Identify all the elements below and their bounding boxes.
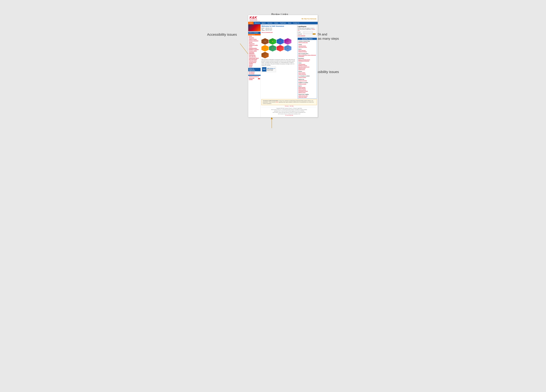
quote-link-activity[interactable]: Activity & Social Clubs	[298, 42, 316, 43]
hex-image-3: 🚗	[277, 38, 284, 45]
sidebar-link-outfitters[interactable]: Outfitters & Guides	[248, 44, 260, 46]
quote-link-martial-schools[interactable]: Schools & Programs	[298, 80, 316, 81]
footer-main: Copyright 2009 K&K Insurance Group Inc. …	[261, 107, 317, 117]
quote-category-activity: Activity & Social Clubs	[298, 40, 316, 42]
password-input[interactable]	[304, 33, 312, 35]
quote-category-k12: K-12 Student Accident	[298, 75, 316, 77]
hex-image-9: 🧗	[261, 52, 269, 58]
quote-link-walk-run-sports[interactable]: Walk/Run Events	[298, 92, 316, 93]
quote-category-entertainer: Entertainer	[298, 58, 316, 59]
quote-link-sports-instructors[interactable]: Sports Instructors	[298, 88, 316, 89]
sidebar-canada-text[interactable]: Link to K&K Canada	[249, 78, 258, 80]
covid-notice-link[interactable]: Notice	[276, 102, 278, 103]
quote-link-entertainers[interactable]: Entertainers & Performers	[298, 60, 316, 62]
sidebar-link-franchised[interactable]: Franchised Dealerships	[248, 52, 260, 54]
covid-label: Coronavirus COVID-19 Information:	[263, 100, 279, 101]
sidebar-link-entertainment[interactable]: Entertainment	[248, 54, 260, 56]
bbb-rating: BBB Rating: A+	[267, 68, 275, 69]
sidebar: Select a Category All Programs Sports Re…	[248, 24, 261, 117]
quote-link-exhibitors[interactable]: Exhibitors & Vendors	[298, 65, 316, 66]
logo-tagline: Insuring the world's fun!	[249, 20, 260, 22]
covid-notice: Coronavirus COVID-19 Information: To any…	[261, 99, 317, 105]
sidebar-by-program[interactable]: By Program	[248, 73, 260, 74]
footer-links: Glossary | Site Map	[261, 105, 317, 107]
bbb-text: BBB Rating: A+ As of 8/31/2021 Click for…	[267, 68, 275, 71]
quote-category-martial: Martial Arts	[298, 79, 316, 80]
quote-link-tournaments[interactable]: Tournaments & Events	[298, 91, 316, 92]
glossary-link[interactable]: Glossary	[285, 105, 289, 107]
quote-link-youth-day[interactable]: Youth Day Camps	[298, 45, 316, 47]
password-field-row: Password GO	[298, 33, 316, 35]
sidebar-link-recreation[interactable]: Recreation	[248, 37, 260, 39]
phone-number: 1-800-637-4757	[265, 27, 273, 29]
sidebar-link-recent[interactable]: Recent	[248, 66, 260, 67]
nav-news[interactable]: News	[287, 22, 292, 24]
sidebar-link-medical[interactable]: Medical	[248, 64, 260, 66]
go-button[interactable]: GO	[313, 33, 316, 35]
quote-link-bands[interactable]: Bands & Performing Groups	[298, 59, 316, 60]
annotation-accessibility-left: Accessibility issues	[207, 32, 237, 37]
sidebar-request-program[interactable]: Request Program Kit	[248, 76, 260, 77]
main-content: Welcome to K&K Insurance Phone 1-800-637…	[261, 24, 318, 117]
sidebar-link-camps[interactable]: Camps	[248, 46, 260, 47]
sidebar-by-category[interactable]: By Category	[248, 71, 260, 73]
quote-link-catholic[interactable]: Catholic Diocese Tulie	[298, 95, 316, 97]
nav-services[interactable]: Services	[266, 22, 273, 24]
quote-link-teams-leagues[interactable]: Teams & Leagues	[298, 89, 316, 91]
nav-agents[interactable]: Agents	[261, 22, 266, 24]
bbb-badge[interactable]: BBB BBB Rating: A+ As of 8/31/2021 Click…	[261, 66, 276, 72]
quote-link-short-term[interactable]: Short Term Special Events	[298, 66, 316, 68]
sidebar-link-products-liability[interactable]: Products Liability	[248, 50, 260, 52]
site-header: K&K INSURANCE Insuring the world's fun! …	[248, 15, 318, 22]
nav-home[interactable]: Home	[248, 22, 254, 24]
claims-number: 1-800-227-2917	[265, 30, 273, 31]
sidebar-link-events[interactable]: Events & Attractions	[248, 40, 260, 41]
quote-link-walk-run-venue[interactable]: Walk/Run Events	[298, 68, 316, 69]
top-info-row: Welcome to K&K Insurance Phone 1-800-637…	[261, 25, 317, 37]
quote-link-voluntary[interactable]: Voluntary Accident	[298, 77, 316, 78]
quote-link-dance-instructors[interactable]: Dance Instructors	[298, 50, 316, 51]
footer-line5: K&K Insurance Group is a wholly owned su…	[263, 113, 315, 115]
nav-about[interactable]: About Us	[254, 22, 261, 24]
quote-link-youth-sports[interactable]: Youth Sports Camps	[298, 46, 316, 48]
sidebar-link-dno[interactable]: D&O with EPLI	[248, 56, 260, 57]
sidebar-link-all-programs[interactable]: All Programs	[248, 34, 260, 35]
sidebar-link-health-fitness[interactable]: Health & Fitness	[248, 39, 260, 40]
hex-image-5: 🚴	[261, 45, 269, 52]
quote-link-dno[interactable]: Not-For-Profit/Sports, Leisure, Motorspo…	[298, 54, 316, 57]
right-two-col: 🏟️ 👶 🚗 💃 🚴 ⛑️ 🛶 🏍️ 🧗	[261, 38, 317, 98]
sidebar-select-category-label: Select a Category	[248, 32, 260, 34]
email-input[interactable]	[304, 31, 312, 33]
sidebar-link-venues[interactable]: Venues	[248, 41, 260, 43]
sidebar-link-concessionaires[interactable]: Concessionaires, Exhibitors & Vendors	[248, 47, 260, 50]
forgot-password-link[interactable]: Forgot password?	[298, 35, 305, 36]
quote-link-fitness-facilities[interactable]: Fitness Facilities	[298, 72, 316, 73]
sidebar-link-groupprotector[interactable]: GroupProtector Accident	[248, 62, 260, 64]
sidebar-link-campground[interactable]: Campground, Resort and Guest Ranch	[248, 57, 260, 60]
quote-link-tenant[interactable]: Tenant User Liability	[298, 97, 316, 98]
quote-link-student-accident[interactable]: Student Accident	[298, 87, 316, 88]
ask-link[interactable]: Ask us a Question/E-mail	[261, 32, 273, 33]
fax-label: Fax	[261, 29, 263, 30]
nav-contact[interactable]: Contact Us	[292, 22, 300, 24]
phone-label: Phone	[261, 27, 264, 29]
site-map-link[interactable]: Site Map	[290, 105, 293, 107]
quote-link-outfitters[interactable]: Outfitters & Guides	[298, 83, 316, 85]
nav-claims[interactable]: Claims	[273, 22, 279, 24]
login-box: Login/Register First time users must reg…	[297, 25, 317, 37]
do-not-sell-link[interactable]: Do Not Sell My Data	[285, 115, 293, 116]
sidebar-link-motorsports[interactable]: Motorsports	[248, 43, 260, 44]
quote-link-wedding[interactable]: WeddingEvents	[298, 69, 316, 70]
header-slogan: We Take Fun Seriously	[302, 18, 316, 20]
quote-link-fitness-instructors[interactable]: Fitness Instructors	[298, 73, 316, 75]
quote-link-concessionaires[interactable]: Concessionaires	[298, 64, 316, 65]
nav-fileaclaim[interactable]: FileAClaim	[279, 22, 287, 24]
sidebar-canada-link[interactable]: Link to K&K Canada 🍁	[248, 77, 260, 80]
sidebar-link-sports[interactable]: Sports	[248, 35, 260, 37]
bbb-icon: BBB	[262, 67, 266, 72]
logo-insurance: INSURANCE	[249, 19, 260, 20]
quote-link-dance-schools[interactable]: Schools & Programs	[298, 51, 316, 52]
nav-bar: Home About Us Agents Services Claims Fil…	[248, 22, 318, 24]
hex-image-2: 👶	[269, 38, 276, 45]
sidebar-link-fraternal[interactable]: Fraternal Orders	[248, 60, 260, 62]
